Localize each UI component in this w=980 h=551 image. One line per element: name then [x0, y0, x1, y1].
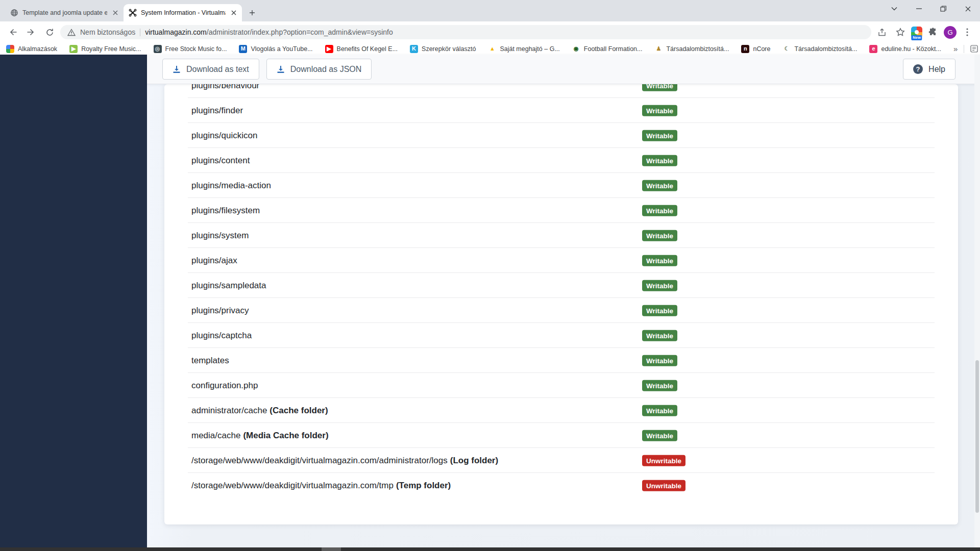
moon-site-icon: ☾ — [782, 45, 791, 53]
youtube-icon: ▶ — [325, 45, 333, 53]
directory-permissions-card: plugins/behaviour Writable plugins/finde… — [164, 84, 958, 524]
bookmark-item[interactable]: ▶ Royalty Free Music... — [69, 45, 141, 53]
directory-path: plugins/sampledata — [191, 281, 266, 291]
bookmark-item[interactable]: Alkalmazások — [6, 45, 57, 53]
maximize-button[interactable] — [931, 0, 955, 17]
bookmark-label: Football Formation... — [584, 45, 643, 53]
directory-row: plugins/content Writable — [164, 148, 958, 173]
back-button[interactable] — [5, 24, 20, 40]
bookmark-label: Vlogolás a YouTube... — [251, 45, 312, 53]
status-badge: Unwritable — [642, 480, 685, 491]
extension-new-icon[interactable]: New — [911, 27, 922, 38]
minimize-button[interactable] — [906, 0, 931, 17]
directory-path: administrator/cache(Cache folder) — [191, 406, 328, 416]
bookmark-item[interactable]: ◎ Free Stock Music fo... — [154, 45, 227, 53]
directory-row: /storage/web/www/deakdigit/virtualmagazi… — [164, 448, 958, 473]
download-as-text-button[interactable]: Download as text — [162, 59, 259, 80]
bookmark-item[interactable]: ▲ Saját meghajtó – G... — [488, 45, 559, 53]
reload-button[interactable] — [42, 24, 57, 40]
help-button[interactable]: ? Help — [903, 59, 955, 80]
status-badge: Writable — [642, 105, 677, 116]
window-controls — [882, 0, 980, 17]
status-badge: Writable — [642, 205, 677, 216]
share-icon[interactable] — [874, 24, 890, 40]
horizontal-scrollbar-thumb[interactable] — [322, 547, 341, 551]
status-badge: Unwritable — [642, 455, 685, 466]
football-icon: ◉ — [572, 45, 580, 53]
directory-path: plugins/quickicon — [191, 131, 257, 141]
tab-search-icon[interactable] — [882, 0, 906, 17]
browser-menu-kebab-icon[interactable] — [960, 24, 975, 40]
question-circle-icon: ? — [913, 64, 923, 74]
bookmark-item[interactable]: K Szerepkör választó — [410, 45, 476, 53]
directory-path: /storage/web/www/deakdigit/virtualmagazi… — [191, 481, 451, 491]
bookmark-item[interactable]: ☾ Társadalombiztosítá... — [782, 45, 857, 53]
directory-path: plugins/privacy — [191, 306, 249, 316]
admin-sidebar — [0, 55, 147, 551]
not-secure-warning-icon — [67, 29, 76, 36]
profile-avatar[interactable]: G — [944, 26, 957, 39]
extensions-puzzle-icon[interactable] — [925, 24, 941, 40]
bookmark-star-icon[interactable] — [893, 24, 908, 40]
tab-system-information[interactable]: System Information - Virtualmaga — [124, 4, 242, 21]
page-content: Download as text Download as JSON ? Help… — [0, 55, 980, 551]
bookmark-item[interactable]: ▶ Benefits Of Kegel E... — [325, 45, 398, 53]
tab-close-icon[interactable] — [230, 9, 238, 17]
download-icon — [173, 65, 181, 73]
status-badge: Writable — [642, 380, 677, 391]
bookmarks-overflow-chevron[interactable]: » — [953, 44, 958, 53]
forward-button[interactable] — [23, 24, 39, 40]
bookmark-item[interactable]: ◉ Football Formation... — [572, 45, 643, 53]
directory-path: plugins/content — [191, 156, 250, 166]
tab-close-icon[interactable] — [111, 9, 119, 17]
globe-favicon-icon — [10, 9, 18, 17]
directory-row: plugins/behaviour Writable — [164, 84, 958, 98]
status-badge: Writable — [642, 355, 677, 366]
download-as-json-button[interactable]: Download as JSON — [266, 59, 372, 80]
joomla-logo-favicon-icon — [129, 9, 137, 17]
tab-template-update[interactable]: Template and joomla update erro — [5, 4, 124, 21]
bookmark-label: nCore — [753, 45, 770, 53]
help-label: Help — [928, 65, 945, 74]
url-host: virtualmagazin.com — [145, 28, 207, 36]
status-badge: Writable — [642, 130, 677, 141]
bookmark-item[interactable]: M Vlogolás a YouTube... — [239, 45, 312, 53]
close-window-button[interactable] — [955, 0, 980, 17]
directory-path: plugins/filesystem — [191, 206, 260, 216]
main-area: Download as text Download as JSON ? Help… — [147, 55, 980, 551]
directory-row: plugins/captcha Writable — [164, 323, 958, 348]
status-badge: Writable — [642, 280, 677, 291]
directory-row: media/cache(Media Cache folder) Writable — [164, 423, 958, 448]
download-json-label: Download as JSON — [290, 65, 362, 74]
eduline-icon: e — [869, 45, 877, 53]
directory-path: plugins/ajax — [191, 256, 237, 266]
music-site-icon: ▶ — [69, 45, 78, 53]
directory-row: administrator/cache(Cache folder) Writab… — [164, 398, 958, 423]
google-drive-icon: ▲ — [488, 45, 496, 53]
new-tab-button[interactable] — [245, 6, 259, 20]
status-badge: Writable — [642, 255, 677, 266]
directory-row: plugins/ajax Writable — [164, 248, 958, 273]
status-badge: Writable — [642, 430, 677, 441]
reading-list-button[interactable]: Olvasási lista — [970, 45, 980, 53]
url-bar[interactable]: Nem biztonságos virtualmagazin.com/admin… — [60, 25, 871, 39]
bookmark-label: Társadalombiztosítá... — [666, 45, 729, 53]
bookmark-label: eduline.hu - Közokt... — [881, 45, 941, 53]
bookmark-label: Alkalmazások — [18, 45, 57, 53]
horizontal-scrollbar[interactable] — [0, 547, 980, 551]
bookmark-label: Társadalombiztosítá... — [794, 45, 857, 53]
vertical-scrollbar-thumb[interactable] — [975, 360, 979, 513]
status-badge: Writable — [642, 330, 677, 341]
tab-strip: Template and joomla update erro System I… — [0, 0, 980, 21]
vertical-scrollbar[interactable] — [974, 55, 980, 547]
directory-row: plugins/finder Writable — [164, 98, 958, 123]
directory-path: media/cache(Media Cache folder) — [191, 431, 329, 441]
bookmark-label: Benefits Of Kegel E... — [337, 45, 398, 53]
bookmark-item[interactable]: e eduline.hu - Közokt... — [869, 45, 941, 53]
apps-grid-icon — [6, 45, 14, 53]
directory-rows: plugins/behaviour Writable plugins/finde… — [164, 84, 958, 498]
directory-path: templates — [191, 356, 229, 366]
bookmark-item[interactable]: ♟ Társadalombiztosítá... — [654, 45, 729, 53]
ncore-icon: n — [741, 45, 749, 53]
bookmark-item[interactable]: n nCore — [741, 45, 770, 53]
